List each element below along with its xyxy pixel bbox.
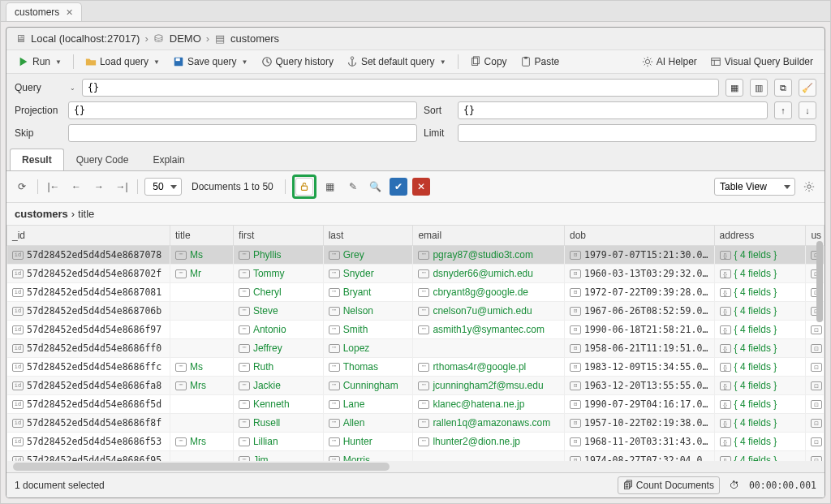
execution-time: 00:00:00.001 bbox=[749, 480, 816, 491]
delete-button[interactable]: ✕ bbox=[412, 178, 430, 196]
breadcrumb-db[interactable]: DEMO bbox=[170, 32, 201, 45]
svg-rect-8 bbox=[524, 57, 527, 59]
history-icon bbox=[261, 56, 273, 67]
view-doc-button[interactable]: 🔍 bbox=[367, 178, 385, 196]
query-label: Query bbox=[15, 82, 62, 93]
breadcrumb-collection[interactable]: customers bbox=[230, 32, 279, 45]
svg-rect-2 bbox=[175, 58, 179, 62]
unlock-button[interactable] bbox=[295, 178, 313, 196]
results-grid[interactable]: _idtitlefirstlastemaildobaddressus id57d… bbox=[6, 225, 825, 461]
skip-label: Skip bbox=[15, 127, 62, 139]
table-row[interactable]: id57d28452ed5d4d54e8686f53""Mrs""Lillian… bbox=[7, 433, 825, 451]
anchor-icon bbox=[347, 56, 358, 67]
close-icon[interactable]: ✕ bbox=[66, 7, 73, 18]
column-header[interactable]: first bbox=[233, 226, 323, 246]
sort-input[interactable] bbox=[458, 101, 768, 119]
query-opt-3[interactable]: ⧉ bbox=[774, 79, 792, 97]
tab-explain[interactable]: Explain bbox=[140, 149, 196, 170]
column-header[interactable]: dob bbox=[565, 226, 715, 246]
count-icon: 🗐 bbox=[623, 480, 633, 491]
svg-rect-10 bbox=[712, 58, 721, 66]
result-tabs: Result Query Code Explain bbox=[6, 149, 825, 171]
column-header[interactable]: _id bbox=[7, 226, 170, 246]
gear-icon bbox=[803, 181, 815, 192]
table-row[interactable]: id57d28452ed5d4d54e8686f5d""Kenneth""Lan… bbox=[7, 395, 825, 414]
result-toolbar: ⟳ |← ← → →| 50 Documents 1 to 50 ▦ ✎ 🔍 ✔… bbox=[6, 171, 825, 203]
table-row[interactable]: id57d28452ed5d4d54e8686ffc""Ms""Ruth""Th… bbox=[7, 358, 825, 377]
clear-button[interactable]: 🧹 bbox=[799, 79, 816, 97]
column-header[interactable]: title bbox=[170, 226, 233, 246]
run-button[interactable]: Run▼ bbox=[13, 54, 67, 70]
collection-path: customers › title bbox=[6, 203, 825, 225]
table-row[interactable]: id57d28452ed5d4d54e8686ff0""Jeffrey""Lop… bbox=[7, 339, 825, 358]
main-toolbar: Run▼ Load query▼ Save query▼ Query histo… bbox=[6, 50, 825, 74]
table-row[interactable]: id57d28452ed5d4d54e8686fa8""Mrs""Jackie"… bbox=[7, 377, 825, 395]
sort-desc-button[interactable]: ↓ bbox=[799, 101, 816, 119]
set-default-query-button[interactable]: Set default query▼ bbox=[342, 54, 451, 70]
copy-button[interactable]: Copy bbox=[465, 54, 512, 70]
copy-icon bbox=[470, 56, 481, 67]
selection-status: 1 document selected bbox=[15, 480, 105, 491]
sort-asc-button[interactable]: ↑ bbox=[774, 101, 792, 119]
svg-rect-11 bbox=[301, 186, 307, 190]
query-history-button[interactable]: Query history bbox=[256, 54, 338, 70]
visual-query-builder-button[interactable]: Visual Query Builder bbox=[705, 54, 818, 70]
paste-button[interactable]: Paste bbox=[515, 54, 565, 70]
query-opt-2[interactable]: ▥ bbox=[750, 79, 768, 97]
svg-point-4 bbox=[351, 57, 354, 60]
save-query-button[interactable]: Save query▼ bbox=[168, 54, 253, 70]
document-range: Documents 1 to 50 bbox=[192, 181, 273, 192]
horizontal-scrollbar[interactable] bbox=[13, 463, 390, 471]
column-header[interactable]: email bbox=[413, 226, 565, 246]
table-row[interactable]: id57d28452ed5d4d54e8686f97""Antonio""Smi… bbox=[7, 321, 825, 339]
check-button[interactable]: ✔ bbox=[390, 178, 407, 196]
view-mode-select[interactable]: Table View bbox=[714, 178, 795, 196]
refresh-button[interactable]: ⟳ bbox=[13, 178, 31, 196]
host-icon: 🖥 bbox=[15, 33, 26, 45]
play-icon bbox=[18, 56, 29, 67]
skip-input[interactable] bbox=[68, 124, 417, 142]
ai-helper-button[interactable]: AI Helper bbox=[637, 54, 702, 70]
tab-result[interactable]: Result bbox=[10, 149, 64, 170]
count-documents-button[interactable]: 🗐 Count Documents bbox=[618, 476, 720, 494]
table-row[interactable]: id57d28452ed5d4d54e868706b""Steve""Nelso… bbox=[7, 302, 825, 321]
last-page-button[interactable]: →| bbox=[113, 178, 131, 196]
gear-icon bbox=[642, 56, 653, 67]
table-row[interactable]: id57d28452ed5d4d54e8686f95""Jim""Morris⊡… bbox=[7, 451, 825, 462]
clock-icon: ⏱ bbox=[730, 480, 739, 491]
column-header[interactable]: last bbox=[323, 226, 413, 246]
query-opt-1[interactable]: ▦ bbox=[726, 79, 743, 97]
limit-input[interactable] bbox=[458, 124, 816, 142]
table-row[interactable]: id57d28452ed5d4d54e8687081""Cheryl""Brya… bbox=[7, 283, 825, 302]
builder-icon bbox=[710, 56, 721, 67]
vertical-scrollbar[interactable] bbox=[816, 241, 823, 322]
breadcrumb: 🖥 Local (localhost:27017) › ⛁ DEMO › ▤ c… bbox=[6, 28, 825, 50]
projection-input[interactable] bbox=[68, 101, 417, 119]
database-icon: ⛁ bbox=[153, 33, 165, 45]
add-doc-button[interactable]: ▦ bbox=[321, 178, 339, 196]
first-page-button[interactable]: |← bbox=[45, 178, 62, 196]
load-query-button[interactable]: Load query▼ bbox=[80, 54, 165, 70]
edit-doc-button[interactable]: ✎ bbox=[344, 178, 362, 196]
page-size-select[interactable]: 50 bbox=[144, 178, 182, 196]
table-row[interactable]: id57d28452ed5d4d54e8686f8f""Rusell""Alle… bbox=[7, 414, 825, 433]
svg-marker-0 bbox=[20, 58, 28, 67]
breadcrumb-host[interactable]: Local (localhost:27017) bbox=[31, 32, 140, 45]
table-row[interactable]: id57d28452ed5d4d54e868702f""Mr""Tommy""S… bbox=[7, 265, 825, 283]
column-header[interactable]: address bbox=[714, 226, 806, 246]
query-input[interactable] bbox=[82, 79, 719, 97]
save-icon bbox=[173, 56, 184, 67]
sort-label: Sort bbox=[424, 105, 451, 116]
prev-page-button[interactable]: ← bbox=[67, 178, 85, 196]
table-row[interactable]: id57d28452ed5d4d54e8687078""Ms""Phyllis"… bbox=[7, 246, 825, 265]
document-tab[interactable]: customers ✕ bbox=[6, 2, 82, 21]
chevron-down-icon[interactable]: ⌄ bbox=[70, 84, 75, 92]
tab-strip: customers ✕ bbox=[1, 1, 830, 22]
limit-label: Limit bbox=[424, 127, 451, 139]
tab-title: customers bbox=[15, 6, 59, 18]
paste-icon bbox=[520, 56, 532, 67]
tab-query-code[interactable]: Query Code bbox=[64, 149, 141, 170]
highlighted-unlock bbox=[292, 174, 316, 199]
next-page-button[interactable]: → bbox=[90, 178, 108, 196]
settings-button[interactable] bbox=[800, 178, 818, 196]
